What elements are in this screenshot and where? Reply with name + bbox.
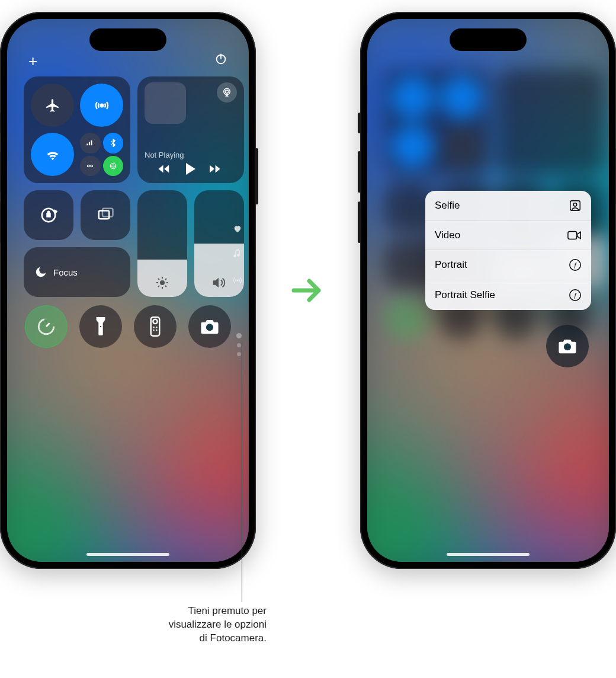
svg-point-34: [237, 280, 239, 282]
wifi-toggle[interactable]: [31, 133, 74, 176]
connectivity-module[interactable]: [24, 76, 130, 183]
media-playback-module[interactable]: Not Playing: [137, 76, 244, 183]
svg-point-16: [160, 280, 165, 285]
airdrop-toggle[interactable]: [80, 84, 123, 127]
person-square-icon: [569, 199, 582, 212]
svg-rect-4: [89, 142, 90, 146]
timer-button[interactable]: [25, 305, 68, 348]
bluetooth-toggle[interactable]: [103, 133, 124, 153]
airplay-audio-button[interactable]: [217, 82, 237, 103]
svg-point-29: [153, 327, 154, 328]
camera-menu-selfie[interactable]: Selfie: [425, 191, 591, 221]
svg-line-21: [158, 279, 159, 280]
moon-icon: [34, 266, 47, 279]
connectivity-cluster[interactable]: [80, 133, 123, 176]
video-icon: [567, 230, 582, 241]
iphone-left: +: [0, 12, 256, 569]
connectivity-page-icon[interactable]: [232, 275, 243, 286]
cellular-toggle[interactable]: [80, 133, 101, 153]
svg-rect-37: [568, 232, 577, 239]
transition-arrow: [291, 276, 325, 305]
svg-rect-35: [570, 201, 580, 211]
power-button[interactable]: [214, 52, 227, 71]
svg-point-42: [564, 343, 571, 350]
music-page-icon[interactable]: [233, 249, 242, 260]
satellite-toggle[interactable]: [103, 156, 124, 177]
page-indicator-glyphs: [232, 224, 243, 286]
focus-button[interactable]: Focus: [24, 247, 130, 297]
svg-text:f: f: [574, 261, 577, 268]
camera-quick-actions-menu: Selfie Video Portrait f Portrait Selfie …: [425, 191, 591, 310]
favorites-page-icon[interactable]: [233, 224, 242, 234]
callout-leader-line: [242, 341, 242, 602]
control-center-pager[interactable]: [236, 333, 242, 356]
svg-line-23: [158, 286, 159, 287]
svg-line-24: [165, 279, 166, 280]
svg-point-2: [100, 103, 104, 107]
svg-point-11: [224, 88, 230, 95]
svg-point-36: [573, 203, 577, 206]
dynamic-island: [89, 28, 166, 51]
svg-point-6: [88, 165, 90, 167]
menu-item-label: Portrait Selfie: [435, 289, 495, 301]
focus-label: Focus: [53, 267, 78, 277]
media-back-button[interactable]: [158, 164, 172, 174]
camera-button[interactable]: [188, 305, 231, 348]
shortcut-row: [25, 305, 235, 348]
volume-down-button: [0, 202, 1, 243]
camera-menu-portrait[interactable]: Portrait f: [425, 250, 591, 280]
svg-line-22: [165, 286, 166, 287]
svg-rect-14: [99, 211, 110, 219]
hotspot-toggle[interactable]: [80, 156, 101, 177]
iphone-right: +o Selfie Video: [360, 12, 616, 569]
brightness-icon: [155, 276, 169, 290]
svg-rect-3: [87, 144, 88, 146]
svg-point-28: [153, 319, 157, 324]
brightness-slider[interactable]: [137, 190, 187, 297]
svg-point-12: [225, 90, 228, 93]
svg-rect-15: [102, 209, 113, 217]
control-center: +: [7, 19, 249, 562]
media-title: Not Playing: [145, 151, 237, 159]
svg-point-33: [206, 324, 213, 331]
svg-line-26: [46, 323, 50, 327]
menu-item-label: Video: [435, 229, 460, 241]
airplane-mode-toggle[interactable]: [31, 84, 74, 127]
volume-up-button: [0, 151, 1, 193]
svg-point-32: [156, 330, 157, 331]
media-artwork: [145, 82, 186, 124]
media-play-button[interactable]: [185, 163, 196, 175]
media-forward-button[interactable]: [210, 164, 224, 174]
add-control-button[interactable]: +: [28, 52, 37, 71]
home-indicator[interactable]: [447, 553, 530, 556]
flashlight-button[interactable]: [79, 305, 122, 348]
menu-item-label: Selfie: [435, 200, 460, 212]
volume-icon: [211, 276, 227, 290]
callout-text: Tieni premuto per visualizzare le opzion…: [130, 605, 267, 645]
camera-button-focused[interactable]: [546, 325, 589, 367]
menu-item-label: Portrait: [435, 259, 467, 271]
svg-text:f: f: [574, 292, 577, 299]
side-button: [255, 148, 258, 204]
home-indicator[interactable]: [86, 553, 169, 556]
svg-rect-5: [91, 140, 92, 145]
f-circle-icon: f: [569, 289, 582, 302]
svg-point-9: [110, 163, 116, 168]
action-button: [0, 113, 1, 133]
orientation-lock-toggle[interactable]: [24, 190, 73, 240]
camera-menu-video[interactable]: Video: [425, 221, 591, 250]
dynamic-island: [450, 28, 527, 51]
f-circle-icon: f: [569, 258, 582, 271]
svg-point-10: [110, 165, 116, 167]
svg-point-31: [153, 330, 154, 331]
apple-tv-remote-button[interactable]: [134, 305, 177, 348]
svg-point-7: [91, 165, 93, 167]
camera-menu-portrait-selfie[interactable]: Portrait Selfie f: [425, 280, 591, 310]
svg-point-30: [156, 327, 157, 328]
screen-mirroring-button[interactable]: [81, 190, 130, 240]
